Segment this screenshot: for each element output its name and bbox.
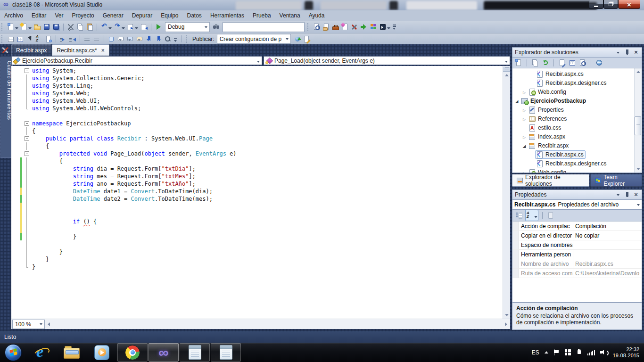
select-pointer-icon[interactable] xyxy=(25,34,34,44)
start-button[interactable] xyxy=(0,344,26,361)
save-icon[interactable] xyxy=(42,22,51,32)
comment-lines-icon[interactable] xyxy=(83,34,91,44)
network-signal-icon[interactable] xyxy=(587,349,595,355)
outlining-margin[interactable] xyxy=(24,255,30,263)
scroll-down-icon[interactable] xyxy=(635,165,642,173)
tree-item[interactable]: Properties xyxy=(512,105,642,114)
separator[interactable] xyxy=(180,34,184,44)
outlining-margin[interactable] xyxy=(24,112,30,120)
menu-item[interactable]: Depurar xyxy=(128,10,157,21)
dropdown-arrow-icon[interactable] xyxy=(387,24,390,31)
properties-page-icon[interactable] xyxy=(514,58,523,68)
expander-icon[interactable] xyxy=(521,169,528,173)
power-plug-icon[interactable] xyxy=(576,349,582,355)
type-selector-combo[interactable]: EjercicioPostbackup.Recibir xyxy=(11,56,262,65)
editor-vertical-scrollbar[interactable] xyxy=(503,66,510,319)
find-in-files-icon[interactable] xyxy=(313,22,321,32)
clock[interactable]: 22:32 19-08-2015 xyxy=(613,346,639,359)
scrollbar-thumb[interactable] xyxy=(635,116,641,135)
close-button[interactable] xyxy=(618,0,640,9)
tree-item[interactable]: Index.aspx xyxy=(512,132,642,141)
class-diagram-icon[interactable] xyxy=(578,58,587,68)
format-table-icon[interactable] xyxy=(7,34,15,44)
separator[interactable] xyxy=(78,34,82,44)
balloon-fill-icon[interactable] xyxy=(126,34,134,44)
property-pages-icon[interactable] xyxy=(546,210,555,221)
generate-table-icon[interactable] xyxy=(16,34,25,44)
toolbar-grip[interactable] xyxy=(307,23,311,31)
toolbar-overflow-icon[interactable] xyxy=(173,34,179,44)
menu-item[interactable]: Ventana xyxy=(275,10,305,21)
find-symbol-icon[interactable] xyxy=(212,22,221,32)
taskbar-windows-explorer[interactable] xyxy=(57,344,86,361)
navigate-forward-icon[interactable] xyxy=(140,22,148,32)
menu-item[interactable]: Herramientas xyxy=(206,10,248,21)
outlining-margin[interactable] xyxy=(24,203,30,210)
scroll-left-icon[interactable] xyxy=(45,321,53,328)
cut-icon[interactable] xyxy=(66,22,75,32)
combo-arrow-icon[interactable] xyxy=(38,320,44,329)
menu-item[interactable]: Proyecto xyxy=(67,10,98,21)
tree-item[interactable]: Recibir.aspx.cs xyxy=(512,150,642,159)
outlining-margin[interactable] xyxy=(24,82,30,90)
combo-arrow-icon[interactable] xyxy=(637,202,640,207)
menu-item[interactable]: Generar xyxy=(99,10,128,21)
taskbar-internet-explorer[interactable] xyxy=(27,344,56,361)
taskbar-visual-studio[interactable] xyxy=(149,343,179,362)
outlining-margin[interactable] xyxy=(24,135,30,142)
balloon-alt-icon[interactable] xyxy=(135,34,144,44)
outdent-icon[interactable] xyxy=(68,34,77,44)
menu-item[interactable]: Ayuda xyxy=(305,10,329,21)
search-input[interactable] xyxy=(223,22,305,32)
publish-profile-combo[interactable]: Crear configuración de p xyxy=(217,34,291,44)
outlining-margin[interactable] xyxy=(24,105,30,112)
zoom-out-icon[interactable] xyxy=(164,34,172,44)
navigate-backward-icon[interactable] xyxy=(126,22,139,32)
separator[interactable] xyxy=(589,58,593,68)
menu-item[interactable]: Editar xyxy=(27,10,50,21)
combo-arrow-icon[interactable] xyxy=(255,58,262,64)
debug-configuration-combo[interactable]: Debug xyxy=(165,22,210,32)
tool-window-tab[interactable]: Explorador de soluciones xyxy=(512,174,589,187)
zoom-level-combo[interactable]: 100 % xyxy=(12,320,45,329)
code-editor[interactable]: using System; using System.Collections.G… xyxy=(11,66,510,319)
dropdown-arrow-icon[interactable] xyxy=(108,24,112,31)
command-window-icon[interactable] xyxy=(379,22,391,32)
outlining-margin[interactable] xyxy=(24,195,30,203)
expander-icon[interactable] xyxy=(521,107,528,113)
property-row[interactable]: Copiar en el director No copiar xyxy=(512,231,642,240)
menu-item[interactable]: Prueba xyxy=(248,10,275,21)
open-file-icon[interactable] xyxy=(33,22,41,32)
menu-item[interactable]: Ver xyxy=(50,10,67,21)
tree-item[interactable]: References xyxy=(512,114,642,123)
frame-icon[interactable] xyxy=(107,34,116,44)
balloon-icon[interactable] xyxy=(116,34,125,44)
dropdown-arrow-icon[interactable] xyxy=(15,24,18,31)
edit-publish-icon[interactable] xyxy=(303,34,311,44)
dropdown-arrow-icon[interactable] xyxy=(134,24,138,31)
menu-item[interactable]: Archivo xyxy=(0,10,27,21)
toolbar-grip[interactable] xyxy=(1,23,5,31)
start-debug-icon[interactable] xyxy=(154,22,163,32)
outlining-margin[interactable] xyxy=(24,165,30,173)
scroll-up-icon[interactable] xyxy=(503,72,510,79)
separator[interactable] xyxy=(61,22,66,32)
sort-az-icon[interactable] xyxy=(35,34,43,44)
toolbar-grip[interactable] xyxy=(186,35,189,43)
title-bar[interactable]: clase18-08 - Microsoft Visual Studio xyxy=(0,0,644,10)
outlining-margin[interactable] xyxy=(24,210,30,218)
restore-button[interactable] xyxy=(603,0,618,9)
tree-item[interactable]: Recibir.aspx xyxy=(512,141,642,150)
separator[interactable] xyxy=(102,34,106,44)
extension-manager-icon[interactable] xyxy=(369,22,378,32)
outlining-margin[interactable] xyxy=(24,225,30,233)
combo-arrow-icon[interactable] xyxy=(203,23,209,32)
alphabetical-sort-icon[interactable] xyxy=(525,210,538,221)
property-row[interactable]: Ruta de acceso com C:\Users\katerina\Dow… xyxy=(512,269,642,278)
dropdown-arrow-icon[interactable] xyxy=(28,24,32,31)
tree-item[interactable]: Web.config xyxy=(512,168,642,173)
bookmark-prev-icon[interactable] xyxy=(145,34,153,44)
web-globe-icon[interactable] xyxy=(595,58,603,68)
taskbar-notepad-2[interactable] xyxy=(211,343,241,362)
outlining-margin[interactable] xyxy=(24,90,30,97)
